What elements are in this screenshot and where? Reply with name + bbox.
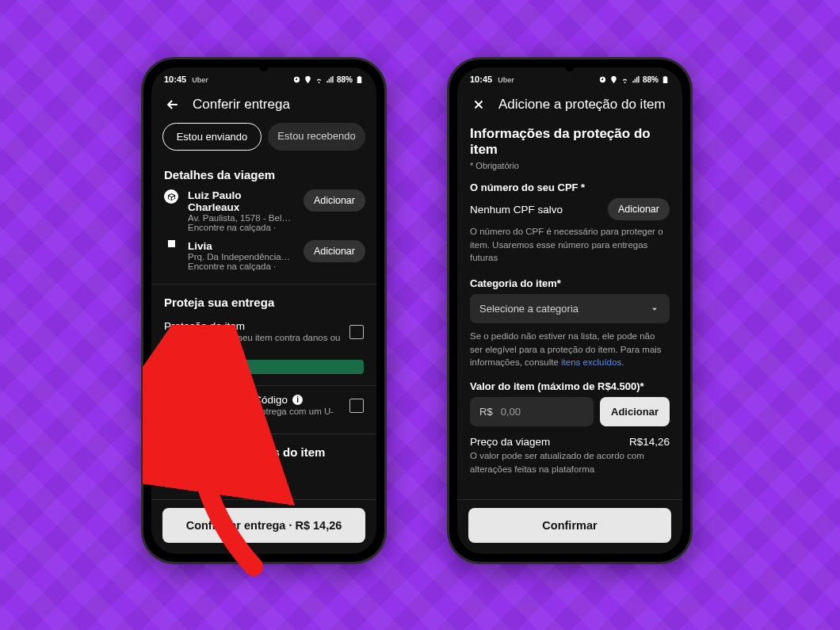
status-app-text: Uber — [498, 76, 514, 84]
dest-meet: Encontre na calçada · — [188, 262, 296, 271]
header-title: Conferir entrega — [193, 97, 290, 113]
cpf-none-text: Nenhum CPF salvo — [470, 204, 563, 216]
chevron-down-icon — [649, 304, 660, 315]
battery-text: 88% — [643, 75, 659, 84]
phone-left: 10:45 Uber 88% Conferir entrega Estou en… — [141, 57, 387, 564]
footer-right: Confirmar — [457, 499, 682, 554]
alarm-icon — [292, 75, 301, 84]
location-icon — [609, 75, 618, 84]
category-placeholder: Selecione a categoria — [479, 303, 578, 315]
back-button[interactable] — [164, 96, 181, 113]
protect-item-sub: Proteja o valor do seu item contra danos… — [164, 333, 342, 352]
segment-row: Estou enviando Estou recebendo — [151, 123, 376, 162]
value-row: R$ 0,00 Adicionar — [470, 397, 670, 426]
ucode-text: Confirmação do U-Código i Ative para con… — [164, 394, 342, 426]
origin-name: Luiz Paulo Charleaux — [188, 189, 296, 213]
signal-icon — [326, 75, 334, 84]
clock-text: 10:45 — [470, 74, 492, 84]
app-header: Conferir entrega — [151, 88, 376, 123]
battery-text: 88% — [337, 75, 353, 84]
package-icon — [164, 189, 178, 204]
ucode-sub: Ative para confirmar a entrega com um U-… — [164, 407, 342, 426]
protect-item-checkbox[interactable] — [349, 325, 364, 339]
ucode-title: Confirmação do U-Código i — [164, 394, 342, 406]
close-icon — [472, 97, 486, 112]
alarm-icon — [598, 75, 607, 84]
header-title: Adicione a proteção do item — [498, 97, 666, 113]
timeline-origin — [162, 189, 180, 204]
segment-receiving[interactable]: Estou recebendo — [268, 123, 365, 151]
camera-notch — [565, 62, 575, 71]
recommended-badge: Recomendado — [164, 360, 364, 374]
arrow-left-icon — [165, 97, 181, 113]
app-header: Adicione a proteção do item — [457, 88, 682, 123]
required-note: * Obrigatório — [470, 161, 670, 170]
origin-meet: Encontre na calçada · — [188, 223, 296, 232]
section-confirm-instructions: Confirme instruções do item — [151, 439, 376, 459]
segment-sending[interactable]: Estou enviando — [162, 123, 262, 151]
confirm-button[interactable]: Confirmar — [468, 508, 671, 543]
screen-right: 10:45 Uber 88% Adicione a proteção do it… — [457, 67, 682, 554]
protect-item-row[interactable]: Proteção do item Proteja o valor do seu … — [151, 317, 376, 355]
left-body: Estou enviando Estou recebendo Detalhes … — [151, 123, 376, 499]
section-trip-details: Detalhes da viagem — [151, 162, 376, 189]
price-label: Preço da viagem — [470, 436, 550, 448]
info-title: Informações da proteção do item — [457, 123, 682, 159]
status-left: 10:45 Uber — [164, 74, 208, 84]
footer-left: Confirmar entrega · R$ 14,26 — [151, 499, 376, 554]
status-left: 10:45 Uber — [470, 74, 514, 84]
trip-origin-row: Luiz Paulo Charleaux Av. Paulista, 1578 … — [151, 189, 376, 240]
divider — [151, 385, 376, 386]
battery-icon — [661, 75, 670, 84]
origin-addr: Av. Paulista, 1578 - Bel… — [188, 213, 296, 223]
camera-notch — [259, 62, 269, 71]
value-add-button[interactable]: Adicionar — [600, 397, 670, 426]
status-app-text: Uber — [192, 76, 208, 84]
price-value: R$14,26 — [629, 436, 670, 448]
trip-origin-main[interactable]: Luiz Paulo Charleaux Av. Paulista, 1578 … — [188, 189, 296, 232]
category-help: Se o pedido não estiver na lista, ele po… — [470, 330, 670, 369]
value-placeholder: 0,00 — [501, 406, 521, 418]
screen-left: 10:45 Uber 88% Conferir entrega Estou en… — [151, 67, 376, 554]
timeline-dest — [162, 240, 180, 247]
divider — [151, 433, 376, 434]
cpf-label: O número do seu CPF * — [470, 181, 670, 193]
status-right: 88% — [598, 75, 670, 84]
right-body: Informações da proteção do item * Obriga… — [457, 123, 682, 499]
cpf-add-button[interactable]: Adicionar — [608, 198, 670, 220]
divider — [151, 284, 376, 284]
wifi-icon — [620, 75, 629, 84]
wifi-icon — [315, 75, 323, 84]
trip-price-row: Preço da viagem R$14,26 — [470, 436, 670, 448]
dest-name: Livia — [188, 240, 296, 252]
location-icon — [304, 75, 312, 84]
dest-addr: Prq. Da Independência… — [188, 252, 296, 262]
price-help: O valor pode ser atualizado de acordo co… — [470, 449, 670, 475]
phone-right: 10:45 Uber 88% Adicione a proteção do it… — [447, 57, 693, 564]
cpf-row: Nenhum CPF salvo Adicionar — [470, 198, 670, 220]
trip-dest-row: Livia Prq. Da Independência… Encontre na… — [151, 240, 376, 279]
ucode-checkbox[interactable] — [349, 399, 364, 413]
category-select[interactable]: Selecione a categoria — [470, 294, 670, 323]
category-label: Categoria do item* — [470, 277, 670, 289]
battery-icon — [355, 75, 364, 84]
trip-dest-main[interactable]: Livia Prq. Da Independência… Encontre na… — [188, 240, 296, 271]
protect-item-title: Proteção do item — [164, 320, 342, 332]
square-icon — [168, 240, 175, 247]
signal-icon — [632, 75, 640, 84]
dest-add-button[interactable]: Adicionar — [304, 240, 365, 262]
protect-item-text: Proteção do item Proteja o valor do seu … — [164, 320, 342, 352]
cpf-help-text: O número do CPF é necessário para proteg… — [470, 225, 670, 265]
currency-prefix: R$ — [479, 406, 493, 418]
section-protect-delivery: Proteja sua entrega — [151, 289, 376, 317]
clock-text: 10:45 — [164, 74, 186, 84]
close-button[interactable] — [470, 96, 487, 113]
excluded-items-link[interactable]: itens excluídos — [561, 357, 621, 367]
value-input[interactable]: R$ 0,00 — [470, 397, 594, 426]
ucode-row[interactable]: Confirmação do U-Código i Ative para con… — [151, 391, 376, 429]
origin-add-button[interactable]: Adicionar — [304, 189, 365, 212]
info-icon[interactable]: i — [292, 395, 303, 405]
value-label: Valor do item (máximo de R$4.500)* — [470, 380, 670, 392]
status-right: 88% — [292, 75, 364, 84]
confirm-delivery-button[interactable]: Confirmar entrega · R$ 14,26 — [162, 508, 365, 543]
